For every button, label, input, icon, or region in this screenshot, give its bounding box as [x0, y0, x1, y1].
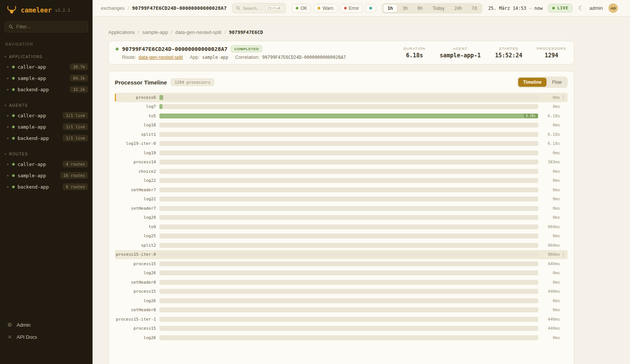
duration-label: 0ms	[538, 95, 560, 100]
search-input[interactable]	[243, 6, 263, 11]
timeline-row[interactable]: setHeader80ms	[115, 278, 568, 287]
timeline-row[interactable]: log180ms	[115, 121, 568, 130]
timeline-row[interactable]: to9960ms	[115, 222, 568, 232]
timeline-row[interactable]: log220ms	[115, 195, 568, 204]
sidebar-item-sample-app[interactable]: ▸sample-app84.1k	[0, 72, 93, 84]
timeline-row[interactable]: process15-iter-1440ms	[115, 315, 568, 324]
timeline-track	[159, 224, 538, 229]
sidebar-item-caller-app[interactable]: ▸caller-app4 routes	[0, 158, 93, 170]
sidebar-item-backend-app[interactable]: ▸backend-app32.2k	[0, 84, 93, 95]
duration-label: 960ms	[538, 224, 560, 229]
time-range-6h[interactable]: 6h	[413, 4, 427, 12]
time-range-7d[interactable]: 7d	[467, 4, 481, 12]
chevron-right-icon: ▸	[7, 136, 9, 140]
timeline-track	[159, 187, 538, 192]
kebab-menu-icon[interactable]: ⋮	[560, 95, 567, 100]
time-range-today[interactable]: Today	[428, 4, 449, 12]
filter-chip-extra[interactable]	[365, 4, 376, 13]
processor-name: log22	[115, 178, 159, 183]
breadcrumb-item[interactable]: Applications	[108, 29, 135, 35]
sidebar-item-backend-app[interactable]: ▸backend-app1/1 live	[0, 132, 93, 144]
sidebar-sections: ▾APPLICATIONS▸caller-app10.7k▸sample-app…	[0, 46, 93, 192]
kebab-menu-icon[interactable]: ⋮	[560, 252, 567, 257]
processor-name: to5	[115, 114, 159, 118]
time-range-3h[interactable]: 3h	[398, 4, 412, 12]
timeline-row[interactable]: process15-iter-0960ms⋮	[115, 250, 568, 260]
processor-name: log22	[115, 197, 159, 201]
timeline-row[interactable]: split2960ms	[115, 241, 568, 250]
dark-mode-toggle-moon-icon[interactable]: ☾	[578, 5, 584, 12]
processor-name: setHeader7	[115, 187, 159, 192]
processor-name: process15-iter-0	[115, 252, 159, 257]
sidebar-section-header[interactable]: ▾APPLICATIONS	[0, 53, 93, 61]
timeline-row[interactable]: setHeader70ms	[115, 204, 568, 213]
timeline-row[interactable]: log260ms	[115, 269, 568, 278]
processor-name: choice2	[115, 169, 159, 174]
exchange-meta: Route: data-gen-nested-split · App: samp…	[122, 55, 346, 60]
date-range-picker[interactable]: 25. März 14:53 — now	[488, 6, 542, 11]
filter-chip-warn[interactable]: Warn	[313, 4, 337, 13]
status-dot-icon	[12, 174, 15, 177]
chevron-right-icon: ▸	[7, 125, 9, 129]
timeline-row[interactable]: process15440ms	[115, 324, 568, 333]
timeline-track	[159, 317, 538, 322]
processor-count-badge: 1294 processors	[171, 78, 214, 86]
timeline-row[interactable]: log250ms	[115, 232, 568, 241]
timeline-row[interactable]: choice20ms	[115, 167, 568, 176]
status-dot-icon	[12, 137, 15, 140]
footer-item-api-docs[interactable]: ≡API Docs	[0, 331, 93, 343]
timeline-row[interactable]: log260ms	[115, 333, 568, 342]
sidebar-item-caller-app[interactable]: ▸caller-app1/1 live	[0, 110, 93, 121]
timeline-row[interactable]: split16.18s	[115, 130, 568, 139]
stat-label: DURATION	[404, 46, 426, 51]
time-range-1h[interactable]: 1h	[383, 4, 397, 12]
timeline-row[interactable]: log190ms	[115, 148, 568, 158]
filter-chip-ok[interactable]: OK	[292, 4, 311, 13]
sidebar-item-caller-app[interactable]: ▸caller-app10.7k	[0, 61, 93, 72]
timeline-row[interactable]: log19-iter-06.18s	[115, 139, 568, 149]
timeline-row[interactable]: process14383ms	[115, 158, 568, 167]
footer-item-admin[interactable]: ⚙Admin	[0, 319, 93, 331]
view-toggle-timeline[interactable]: Timeline	[518, 78, 546, 87]
sidebar-section-title: APPLICATIONS	[9, 55, 43, 59]
breadcrumb-item[interactable]: data-gen-nested-split	[175, 29, 221, 35]
user-avatar[interactable]: AD	[608, 3, 618, 13]
timeline-row[interactable]: process15440ms	[115, 259, 568, 269]
sidebar-item-sample-app[interactable]: ▸sample-app1/1 live	[0, 121, 93, 132]
sidebar-item-sample-app[interactable]: ▸sample-app16 routes	[0, 170, 93, 181]
date-range-dash: —	[529, 6, 532, 11]
live-toggle[interactable]: LIVE	[548, 4, 573, 12]
time-range-24h[interactable]: 24h	[450, 4, 466, 12]
filter-input[interactable]	[16, 24, 84, 29]
breadcrumb-item[interactable]: sample-app	[142, 29, 168, 35]
route-link[interactable]: data-gen-nested-split	[139, 55, 183, 60]
breadcrumb-exchanges[interactable]: exchanges	[101, 5, 125, 11]
sidebar-filter-box	[5, 21, 88, 32]
timeline-row[interactable]: log70ms	[115, 102, 568, 112]
timeline-row[interactable]: process60ms⋮	[115, 93, 568, 102]
duration-label: 440ms	[538, 326, 560, 331]
timeline-row[interactable]: to56.18s6.18s	[115, 111, 568, 121]
filter-chip-error[interactable]: Error	[340, 4, 363, 13]
sidebar-section-header[interactable]: ▾AGENTS	[0, 101, 93, 110]
chevron-right-icon: ▸	[7, 185, 9, 189]
timeline-row[interactable]: log220ms	[115, 176, 568, 186]
view-toggle-flow[interactable]: Flow	[547, 78, 567, 87]
stat-agent: AGENTsample-app-1	[440, 46, 480, 59]
duration-label: 440ms	[538, 261, 560, 266]
timeline-track	[159, 206, 538, 211]
timeline-row[interactable]: log260ms	[115, 296, 568, 306]
app-logo[interactable]: cameleer v3.2.1	[0, 0, 93, 18]
sidebar-item-label: backend-app	[18, 87, 67, 92]
app-name: cameleer	[21, 6, 52, 14]
search-box[interactable]: Ctrl+K	[232, 3, 286, 13]
sidebar-item-badge: 4 routes	[63, 161, 88, 167]
sidebar-section-header[interactable]: ▾ROUTES	[0, 150, 93, 158]
timeline-row[interactable]: setHeader70ms	[115, 185, 568, 195]
sidebar-item-backend-app[interactable]: ▸backend-app6 routes	[0, 181, 93, 192]
processor-name: process6	[115, 95, 159, 100]
nav-section-label: NAVIGATION	[0, 36, 93, 46]
timeline-row[interactable]: log200ms	[115, 213, 568, 223]
timeline-row[interactable]: setHeader80ms	[115, 306, 568, 315]
timeline-row[interactable]: process15440ms	[115, 287, 568, 296]
